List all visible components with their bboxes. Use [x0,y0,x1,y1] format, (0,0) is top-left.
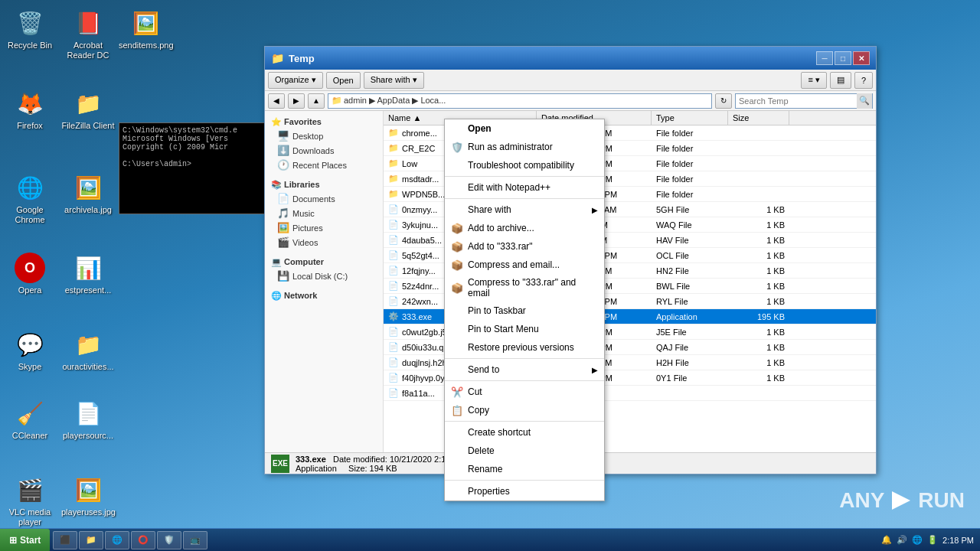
ctx-properties-label: Properties [468,486,510,497]
vlc-label: VLC media player [3,507,57,527]
share-with-button[interactable]: Share with ▾ [364,72,424,89]
organize-button[interactable]: Organize ▾ [268,72,323,89]
ctx-properties[interactable]: Properties [445,482,604,500]
desktop-icon-acrobat[interactable]: 📕 Acrobat Reader DC [61,8,115,60]
anyrun-play-icon [889,488,913,513]
search-input[interactable] [736,96,857,106]
desktop-icon-playersource[interactable]: 📄 playersourc... [61,398,115,441]
ctx-share-label: Share with [468,204,511,215]
desktop-icon-ccleaner[interactable]: 🧹 CCleaner [3,398,57,441]
taskbar-item-folder[interactable]: 📁 [79,531,103,549]
desktop-icon-filezilla[interactable]: 📁 FileZilla Client [61,88,115,131]
ctx-pin-start-label: Pin to Start Menu [468,324,539,334]
refresh-button[interactable]: ↻ [715,93,732,109]
col-header-size[interactable]: Size [728,111,789,125]
playeruses-icon: 🖼️ [73,474,103,505]
back-button[interactable]: ◀ [268,93,285,109]
forward-button[interactable]: ▶ [288,93,305,109]
recycle-bin-icon: 🗑️ [15,8,45,38]
open-button[interactable]: Open [326,72,361,89]
ctx-share-with[interactable]: Share with ▶ [445,201,604,219]
desktop-icon-ouractivities[interactable]: 📁 ouractivities... [61,329,115,372]
ctx-troubleshoot[interactable]: Troubleshoot compatibility [445,156,604,174]
firefox-label: Firefox [3,121,57,131]
col-header-type[interactable]: Type [652,111,728,125]
ctx-pin-taskbar[interactable]: Pin to Taskbar [445,302,604,320]
desktop-icon-firefox[interactable]: 🦊 Firefox [3,88,57,131]
desktop-icon-recycle-bin[interactable]: 🗑️ Recycle Bin [3,8,57,51]
computer-header: 💻 Computer [265,254,383,269]
desktop-icon-senditems[interactable]: 🖼️ senditems.png [119,8,172,51]
details-pane-button[interactable]: ▤ [830,72,851,89]
preview-size: Size: 194 KB [348,464,397,473]
ctx-compress333-icon: 📦 [451,282,463,294]
desktop-icon-playeruses[interactable]: 🖼️ playeruses.jpg [61,474,115,517]
ctx-share-icon [451,204,463,216]
sidebar-item-pictures[interactable]: 🖼️ Pictures [265,220,383,235]
preview-type: Application [296,464,337,473]
ctx-restore-versions[interactable]: Restore previous versions [445,338,604,357]
desktop-icon-archivela[interactable]: 🖼️ archivela.jpg [61,172,115,215]
archivela-label: archivela.jpg [61,205,115,215]
ctx-compress-333-email[interactable]: 📦 Compress to "333.rar" and email [445,274,604,302]
ctx-add-archive[interactable]: 📦 Add to archive... [445,219,604,237]
view-options-button[interactable]: ≡ ▾ [801,72,826,89]
taskbar-item-cmd[interactable]: ⬛ [53,531,77,549]
ctx-copy[interactable]: 📋 Copy [445,401,604,419]
preview-icon: EXE [271,455,289,473]
desktop-icon-vlc[interactable]: 🎬 VLC media player [3,474,57,527]
taskbar-item-ie[interactable]: 🌐 [105,531,129,549]
ctx-sendto-label: Send to [468,364,499,375]
ctx-send-to[interactable]: Send to ▶ [445,360,604,379]
localdisk-sidebar-icon: 💾 [277,270,289,282]
file-icon-333: ⚙️ [388,311,399,321]
folder-icon-low: 📁 [388,158,399,168]
sidebar-item-desktop[interactable]: 🖥️ Desktop [265,129,383,143]
address-path[interactable]: 📁 admin ▶ AppData ▶ Loca... [328,93,712,109]
ctx-sendto-arrow: ▶ [592,366,598,374]
skype-label: Skype [3,362,57,372]
search-button[interactable]: 🔍 [857,93,872,109]
help-button[interactable]: ? [854,72,873,89]
ctx-rename[interactable]: Rename [445,460,604,478]
sys-icon-2: 🔊 [897,535,907,545]
taskbar-sys: 🔔 🔊 🌐 🔋 2:18 PM [875,535,980,545]
ctx-pin-start[interactable]: Pin to Start Menu [445,320,604,338]
file-icon-d50: 📄 [388,342,399,352]
sidebar-item-videos[interactable]: 🎬 Videos [265,235,383,249]
ctx-run-admin[interactable]: 🛡️ Run as administrator [445,138,604,156]
maximize-button[interactable]: □ [835,51,851,65]
minimize-button[interactable]: ─ [816,51,833,65]
firefox-icon: 🦊 [15,88,45,119]
sidebar-item-downloads[interactable]: ⬇️ Downloads [265,143,383,158]
ctx-compress-email[interactable]: 📦 Compress and email... [445,256,604,274]
taskbar-item-gpu[interactable]: 📺 [183,531,207,549]
ctx-cut[interactable]: ✂️ Cut [445,383,604,401]
ctx-add-333rar[interactable]: 📦 Add to "333.rar" [445,237,604,256]
start-button[interactable]: ⊞ Start [0,529,50,552]
desktop-icon-chrome[interactable]: 🌐 Google Chrome [3,172,57,225]
sidebar-item-recent[interactable]: 🕐 Recent Places [265,158,383,172]
context-menu: Open 🛡️ Run as administrator Troubleshoo… [444,119,605,501]
ctx-delete[interactable]: Delete [445,442,604,460]
ctx-delete-icon [451,445,463,457]
ctx-cut-icon: ✂️ [451,386,463,398]
sidebar-item-localdisk[interactable]: 💾 Local Disk (C:) [265,269,383,283]
sidebar-item-music[interactable]: 🎵 Music [265,206,383,220]
file-icon-0nzmyy: 📄 [388,204,399,214]
favorites-section: ⭐ Favorites 🖥️ Desktop ⬇️ Downloads 🕐 Re… [265,114,383,172]
desktop-icon-skype[interactable]: 💬 Skype [3,329,57,372]
pictures-sidebar-icon: 🖼️ [277,222,289,233]
desktop-icon-opera[interactable]: O Opera [3,253,57,295]
up-button[interactable]: ▲ [308,93,325,109]
taskbar-item-security[interactable]: 🛡️ [157,531,181,549]
close-button[interactable]: ✕ [853,51,870,65]
taskbar-item-chrome-task[interactable]: ⭕ [131,531,155,549]
ctx-open[interactable]: Open [445,119,604,138]
ctx-properties-icon [451,485,463,497]
cmd-line-1: C:\Windows\system32\cmd.e [122,126,268,135]
ctx-create-shortcut[interactable]: Create shortcut [445,423,604,442]
ctx-edit-notepad[interactable]: Edit with Notepad++ [445,178,604,197]
sidebar-item-documents[interactable]: 📄 Documents [265,191,383,206]
desktop-icon-estpresent[interactable]: 📊 estpresent... [61,253,115,295]
